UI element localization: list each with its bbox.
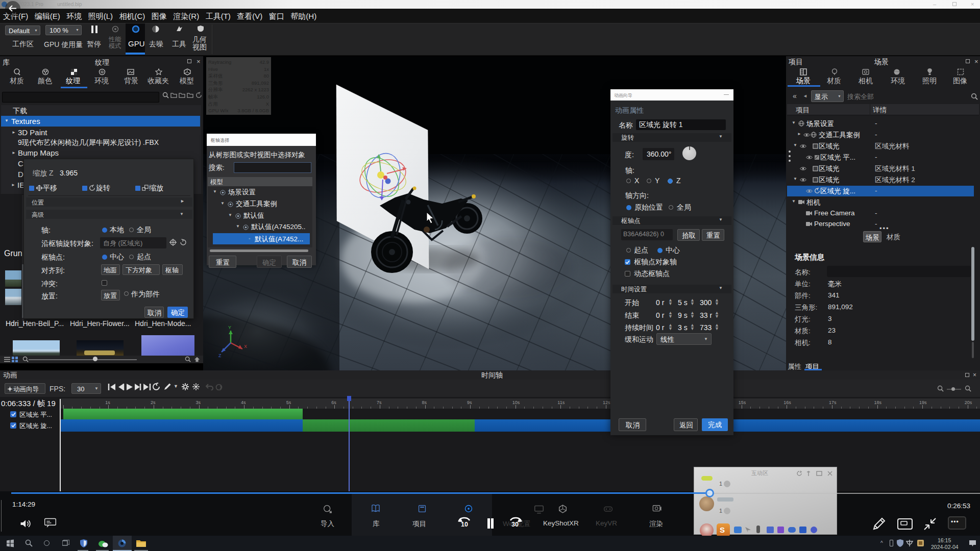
svg-text:Z: Z: [218, 353, 222, 358]
svg-text:X: X: [244, 344, 247, 349]
svg-text:Y: Y: [228, 325, 231, 330]
